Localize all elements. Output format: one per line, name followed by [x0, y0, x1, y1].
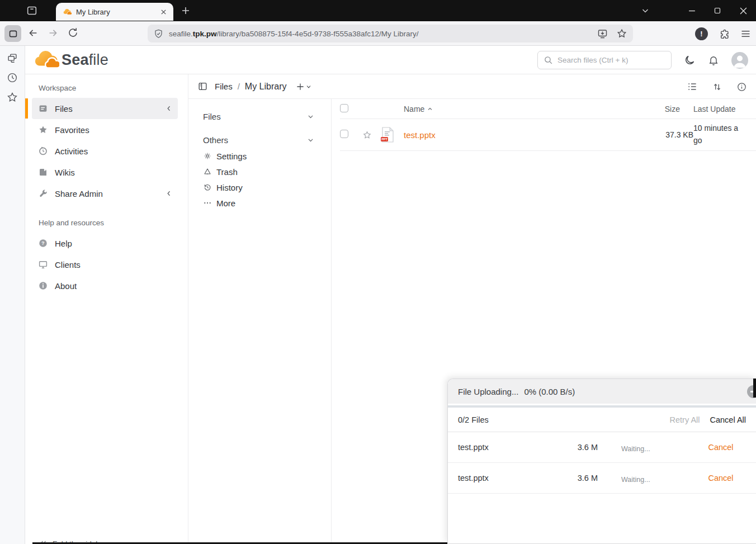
table-row[interactable]: PPT test.pptx 37.3 KB 10 minutes ago — [340, 119, 756, 151]
upload-item-status: Waiting... — [621, 476, 696, 484]
dark-mode-moon-icon[interactable] — [684, 54, 696, 66]
upload-files-count: 0/2 Files — [458, 415, 489, 424]
column-last-update[interactable]: Last Update — [693, 105, 749, 113]
activity-clock-icon — [38, 146, 48, 156]
select-all-checkbox[interactable] — [340, 104, 348, 112]
browser-toolbar: seafile.tpk.pw/library/ba508875-15f4-4e5… — [0, 21, 756, 46]
file-size: 37.3 KB — [626, 130, 693, 139]
search-input[interactable]: Search files (Ctrl + k) — [537, 51, 672, 69]
new-tab-button[interactable] — [180, 5, 191, 16]
sidebar-item-files[interactable]: Files — [32, 98, 178, 119]
history-clock-icon[interactable] — [6, 72, 18, 84]
browser-tab[interactable]: My Library — [56, 3, 173, 21]
monitor-icon — [38, 259, 48, 269]
tree-section-files[interactable]: Files — [203, 108, 314, 125]
cancel-upload-button[interactable]: Cancel — [696, 474, 746, 482]
retry-all-button[interactable]: Retry All — [670, 415, 700, 424]
tab-close-icon[interactable] — [158, 6, 169, 17]
sidebar-item-about[interactable]: About — [32, 275, 178, 296]
breadcrumb-root[interactable]: Files — [215, 82, 233, 91]
refresh-icon[interactable] — [67, 27, 79, 39]
bookmarks-star-icon[interactable] — [6, 91, 18, 103]
column-size[interactable]: Size — [626, 105, 693, 113]
tree-item-trash[interactable]: Trash — [203, 164, 314, 179]
upload-item-name: test.pptx — [458, 474, 531, 482]
notifications-bell-icon[interactable] — [708, 55, 719, 66]
sidebar-item-label: Clients — [55, 260, 172, 269]
tree-item-history[interactable]: History — [203, 179, 314, 195]
workspaces-icon[interactable] — [6, 52, 18, 64]
sidebar-toggle-button[interactable] — [4, 25, 21, 42]
seafile-logo[interactable]: Seafile — [32, 50, 108, 70]
forward-icon[interactable] — [47, 27, 59, 39]
tab-search-chevron-icon[interactable] — [641, 0, 650, 21]
list-view-icon[interactable] — [687, 81, 698, 92]
bookmark-star-icon[interactable] — [616, 28, 627, 39]
favorite-star-icon[interactable] — [362, 130, 380, 140]
wrench-icon — [38, 188, 48, 198]
breadcrumb-current[interactable]: My Library — [245, 82, 287, 92]
upload-dialog: File Uploading... 0% (0.00 B/s) 0/2 File… — [447, 379, 756, 544]
sort-asc-caret-icon — [427, 106, 433, 112]
info-icon[interactable] — [736, 82, 747, 92]
minimize-window-icon[interactable] — [679, 0, 705, 21]
sidebar-item-label: Help — [55, 239, 172, 248]
file-name-link[interactable]: test.pptx — [404, 130, 626, 140]
sidebar-item-wikis[interactable]: Wikis — [32, 162, 178, 183]
upload-summary-row: 0/2 Files Retry All Cancel All — [448, 408, 756, 432]
cancel-upload-button[interactable]: Cancel — [696, 443, 746, 452]
chevron-left-icon[interactable] — [166, 190, 172, 197]
more-dots-icon — [203, 198, 212, 207]
workspace-label: Workspace — [39, 84, 188, 92]
tree-section-others[interactable]: Others — [203, 131, 314, 148]
extension-badge-icon[interactable]: ! — [695, 27, 708, 40]
sidebar-item-label: Favorites — [55, 125, 172, 135]
sidebar-item-label: Files — [55, 104, 166, 113]
tree-panel: Files Others Settings — [188, 99, 332, 544]
upload-item-size: 3.6 M — [531, 443, 598, 452]
site-security-shield-icon[interactable] — [153, 29, 164, 39]
breadcrumb-separator: / — [238, 82, 240, 91]
sidebar-item-favorites[interactable]: Favorites — [32, 119, 178, 140]
search-icon — [544, 55, 553, 65]
tab-group-icon[interactable] — [26, 4, 38, 17]
search-placeholder: Search files (Ctrl + k) — [557, 56, 628, 64]
sidebar-item-label: About — [55, 281, 172, 291]
url-text: seafile.tpk.pw/library/ba508875-15f4-4e5… — [169, 30, 419, 38]
panel-toggle-icon[interactable] — [197, 81, 208, 92]
chevron-down-icon[interactable] — [307, 136, 314, 144]
menu-hamburger-icon[interactable] — [740, 28, 752, 40]
sidebar-item-share-admin[interactable]: Share Admin — [32, 183, 178, 204]
maximize-window-icon[interactable] — [705, 0, 730, 21]
chevron-left-icon[interactable] — [166, 105, 172, 112]
seafile-cloud-icon — [32, 50, 59, 70]
window-edge-notch — [753, 379, 756, 398]
sort-icon[interactable] — [712, 82, 722, 92]
extensions-puzzle-icon[interactable] — [718, 28, 730, 40]
cancel-all-button[interactable]: Cancel All — [710, 415, 746, 424]
upload-item-row: test.pptx 3.6 M Waiting... Cancel — [448, 463, 756, 494]
browser-window: My Library — [0, 0, 756, 544]
svg-text:?: ? — [41, 240, 44, 246]
sidebar-item-clients[interactable]: Clients — [32, 254, 178, 275]
sidebar-item-help[interactable]: ? Help — [32, 233, 178, 254]
chevron-down-icon[interactable] — [307, 113, 314, 120]
upload-dialog-header[interactable]: File Uploading... 0% (0.00 B/s) — [448, 379, 756, 404]
url-bar[interactable]: seafile.tpk.pw/library/ba508875-15f4-4e5… — [148, 25, 633, 42]
tree-item-settings[interactable]: Settings — [203, 148, 314, 164]
close-window-icon[interactable] — [730, 0, 756, 21]
row-checkbox[interactable] — [340, 130, 348, 138]
path-bar: Files / My Library — [188, 74, 756, 99]
sidebar-item-activities[interactable]: Activities — [32, 140, 178, 162]
help-resources-label: Help and resources — [39, 219, 188, 227]
avatar[interactable] — [731, 52, 748, 69]
install-app-icon[interactable] — [597, 28, 608, 40]
upload-item-name: test.pptx — [458, 443, 531, 452]
add-new-button[interactable] — [295, 82, 312, 92]
app-sidebar: Workspace Files Favorites — [25, 74, 188, 544]
upload-rate: 0% (0.00 B/s) — [524, 387, 575, 396]
column-name[interactable]: Name — [404, 105, 626, 113]
back-icon[interactable] — [27, 27, 39, 39]
tree-item-more[interactable]: More — [203, 195, 314, 211]
star-icon — [38, 125, 48, 135]
